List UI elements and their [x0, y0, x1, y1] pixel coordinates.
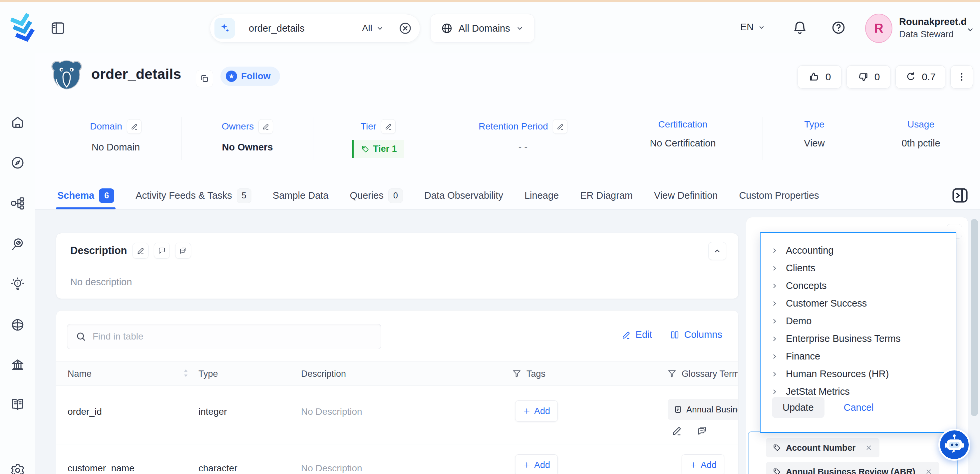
tab-sample-data[interactable]: Sample Data [273, 190, 329, 201]
column-header-name[interactable]: Name [68, 369, 92, 379]
selected-term-chip[interactable]: Account Number [766, 438, 880, 457]
column-name-value[interactable]: order_id [68, 406, 102, 417]
ai-sparkle-button[interactable] [215, 18, 235, 39]
find-in-table-box[interactable] [67, 324, 381, 349]
domains-filter-button[interactable]: All Domains [430, 14, 535, 43]
tab-schema[interactable]: Schema 6 [57, 188, 114, 203]
nav-domains-icon[interactable] [10, 317, 25, 332]
tree-item-finance[interactable]: Finance [760, 348, 956, 365]
request-description-button[interactable] [154, 243, 170, 259]
edit-table-button[interactable]: Edit [621, 329, 652, 340]
cancel-button[interactable]: Cancel [844, 402, 874, 413]
tab-er-diagram[interactable]: ER Diagram [580, 190, 633, 201]
user-menu[interactable]: Rounakpreet.d Data Steward [899, 16, 967, 40]
columns-button[interactable]: Columns [670, 329, 722, 340]
add-glossary-button[interactable]: Add [682, 454, 724, 474]
tab-queries[interactable]: Queries 0 [350, 188, 403, 203]
clear-search-icon[interactable] [398, 21, 412, 36]
meta-usage: Usage 0th pctile [866, 117, 976, 160]
tab-activity-feeds[interactable]: Activity Feeds & Tasks 5 [135, 188, 251, 203]
collapse-description-button[interactable] [708, 242, 726, 260]
usage-label: Usage [907, 119, 934, 130]
app-logo[interactable] [7, 11, 39, 44]
score-value: 0.7 [922, 71, 936, 83]
tag-icon [773, 444, 781, 452]
search-scope-label: All [362, 23, 372, 33]
meta-certification: Certification No Certification [603, 117, 762, 160]
right-panel-toggle-icon[interactable] [950, 186, 970, 205]
tier-score-button[interactable]: 0.7 [896, 65, 945, 89]
nav-home-icon[interactable] [10, 115, 25, 130]
tree-item-demo[interactable]: Demo [760, 312, 956, 330]
more-actions-button[interactable] [950, 65, 973, 89]
chat-assistant-button[interactable] [939, 429, 970, 461]
chevron-right-icon [770, 353, 778, 361]
selected-term-chip[interactable]: Annual Business Review (ABR) [766, 462, 939, 474]
sort-icon[interactable] [180, 367, 191, 379]
entity-tabs: Schema 6 Activity Feeds & Tasks 5 Sample… [57, 181, 819, 210]
pencil-icon [262, 122, 270, 130]
tree-item-enterprise-business-terms[interactable]: Enterprise Business Terms [760, 330, 956, 348]
tab-lineage[interactable]: Lineage [525, 190, 559, 201]
kebab-menu-icon [956, 71, 967, 83]
nav-observability-icon[interactable] [10, 236, 25, 252]
globe-icon [441, 22, 453, 35]
remove-term-icon[interactable] [865, 444, 873, 452]
tree-item-clients[interactable]: Clients [760, 259, 956, 277]
language-label: EN [740, 22, 754, 33]
request-glossary-icon[interactable] [696, 425, 708, 436]
tree-item-customer-success[interactable]: Customer Success [760, 294, 956, 312]
copy-name-button[interactable] [196, 70, 213, 87]
tab-view-definition[interactable]: View Definition [654, 190, 718, 201]
tree-item-label: Demo [786, 316, 811, 326]
edit-owners-button[interactable] [258, 119, 273, 134]
add-tag-button[interactable]: Add [515, 401, 558, 422]
user-menu-chevron-icon[interactable] [966, 25, 975, 34]
add-tag-button[interactable]: Add [515, 454, 558, 474]
filter-icon[interactable] [512, 369, 522, 379]
chevron-right-icon [770, 370, 778, 378]
tier-badge[interactable]: Tier 1 [352, 140, 404, 158]
help-button[interactable] [830, 20, 846, 36]
nav-settings-icon[interactable] [10, 463, 25, 474]
edit-domain-button[interactable] [127, 119, 142, 134]
add-tag-label: Add [534, 406, 550, 417]
language-selector[interactable]: EN [740, 22, 765, 33]
nav-explore-icon[interactable] [10, 155, 25, 170]
edit-description-button[interactable] [132, 243, 148, 259]
filter-icon[interactable] [667, 369, 677, 379]
find-in-table-input[interactable] [92, 331, 373, 342]
glossary-book-icon [674, 405, 682, 414]
tier-value: Tier 1 [373, 144, 397, 154]
description-tasks-button[interactable] [175, 243, 191, 259]
scrollbar-thumb[interactable] [970, 219, 978, 416]
tree-item-accounting[interactable]: Accounting [760, 242, 956, 259]
notifications-button[interactable] [792, 20, 808, 36]
downvote-button[interactable]: 0 [846, 65, 891, 89]
tree-item-label: Accounting [786, 245, 834, 256]
tree-item-human-resources[interactable]: Human Resources (HR) [760, 365, 956, 383]
edit-tier-button[interactable] [381, 119, 396, 134]
nav-glossary-icon[interactable] [10, 396, 25, 412]
user-avatar[interactable]: R [865, 14, 892, 43]
tree-item-concepts[interactable]: Concepts [760, 277, 956, 294]
search-input[interactable] [249, 23, 362, 34]
search-scope-dropdown[interactable]: All [362, 23, 384, 33]
tab-custom-properties[interactable]: Custom Properties [739, 190, 819, 201]
edit-glossary-icon[interactable] [671, 425, 682, 436]
nav-insights-icon[interactable] [10, 277, 25, 292]
nav-govern-icon[interactable] [10, 357, 25, 372]
follow-button[interactable]: ★ Follow [220, 67, 280, 86]
global-search-bar[interactable]: All [210, 14, 420, 43]
remove-term-icon[interactable] [925, 468, 933, 474]
glossary-term-chip[interactable]: Annual Business Review (ABR) [668, 399, 738, 420]
meta-domain: Domain No Domain [50, 117, 181, 160]
edit-retention-button[interactable] [553, 119, 568, 134]
sidebar-toggle-icon[interactable] [50, 20, 66, 36]
update-button[interactable]: Update [772, 397, 824, 418]
upvote-button[interactable]: 0 [797, 65, 842, 89]
tab-data-observability[interactable]: Data Observability [424, 190, 503, 201]
page-scrollbar[interactable] [970, 210, 978, 474]
column-name-value[interactable]: customer_name [68, 463, 135, 474]
nav-lineage-icon[interactable] [10, 196, 25, 211]
